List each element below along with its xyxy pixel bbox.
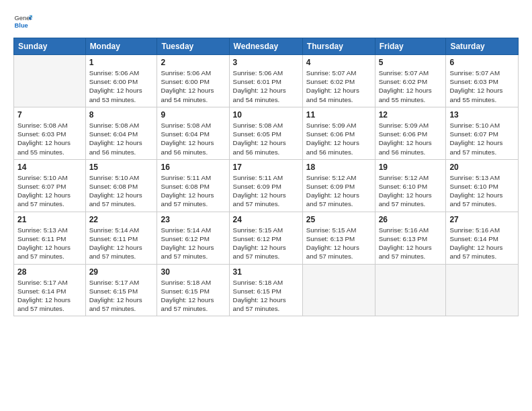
- day-cell: 29Sunrise: 5:17 AM Sunset: 6:15 PM Dayli…: [85, 264, 157, 316]
- day-info: Sunrise: 5:17 AM Sunset: 6:15 PM Dayligh…: [89, 278, 154, 314]
- day-number: 1: [89, 58, 154, 67]
- day-cell: 5Sunrise: 5:07 AM Sunset: 6:02 PM Daylig…: [375, 55, 446, 107]
- day-info: Sunrise: 5:10 AM Sunset: 6:07 PM Dayligh…: [17, 173, 82, 209]
- header-row: SundayMondayTuesdayWednesdayThursdayFrid…: [14, 38, 519, 55]
- day-cell: 28Sunrise: 5:17 AM Sunset: 6:14 PM Dayli…: [14, 264, 86, 316]
- day-number: 14: [17, 163, 82, 172]
- day-info: Sunrise: 5:14 AM Sunset: 6:11 PM Dayligh…: [89, 226, 154, 261]
- day-cell: 14Sunrise: 5:10 AM Sunset: 6:07 PM Dayli…: [14, 159, 86, 212]
- day-cell: 25Sunrise: 5:15 AM Sunset: 6:13 PM Dayli…: [302, 212, 375, 264]
- logo: General Blue: [13, 12, 35, 31]
- header-cell-thursday: Thursday: [302, 38, 375, 55]
- day-info: Sunrise: 5:16 AM Sunset: 6:14 PM Dayligh…: [449, 226, 515, 261]
- day-number: 10: [233, 110, 299, 120]
- week-row-4: 21Sunrise: 5:13 AM Sunset: 6:11 PM Dayli…: [14, 212, 519, 264]
- svg-text:Blue: Blue: [15, 22, 28, 29]
- day-number: 5: [379, 58, 443, 67]
- day-info: Sunrise: 5:06 AM Sunset: 6:01 PM Dayligh…: [233, 68, 299, 104]
- day-cell: 15Sunrise: 5:10 AM Sunset: 6:08 PM Dayli…: [85, 159, 157, 212]
- page: General Blue SundayMondayTuesdayWednesda…: [0, 0, 532, 411]
- day-cell: 23Sunrise: 5:14 AM Sunset: 6:12 PM Dayli…: [157, 212, 229, 264]
- logo-icon: General Blue: [13, 12, 32, 31]
- header-cell-wednesday: Wednesday: [229, 38, 302, 55]
- day-cell: 27Sunrise: 5:16 AM Sunset: 6:14 PM Dayli…: [446, 212, 519, 264]
- day-number: 27: [449, 215, 515, 224]
- day-cell: 30Sunrise: 5:18 AM Sunset: 6:15 PM Dayli…: [157, 264, 229, 316]
- day-number: 23: [161, 215, 225, 224]
- day-cell: [302, 264, 375, 316]
- day-cell: [446, 264, 519, 316]
- header-cell-monday: Monday: [85, 38, 157, 55]
- day-info: Sunrise: 5:13 AM Sunset: 6:11 PM Dayligh…: [17, 226, 82, 261]
- day-info: Sunrise: 5:06 AM Sunset: 6:00 PM Dayligh…: [89, 68, 154, 104]
- day-number: 20: [449, 163, 515, 172]
- header-cell-saturday: Saturday: [446, 38, 519, 55]
- day-cell: 16Sunrise: 5:11 AM Sunset: 6:08 PM Dayli…: [157, 159, 229, 212]
- day-info: Sunrise: 5:08 AM Sunset: 6:03 PM Dayligh…: [17, 121, 82, 156]
- day-info: Sunrise: 5:16 AM Sunset: 6:13 PM Dayligh…: [379, 226, 443, 261]
- day-cell: 22Sunrise: 5:14 AM Sunset: 6:11 PM Dayli…: [85, 212, 157, 264]
- day-info: Sunrise: 5:10 AM Sunset: 6:07 PM Dayligh…: [449, 121, 515, 156]
- day-number: 2: [161, 58, 225, 67]
- day-number: 25: [306, 215, 371, 224]
- week-row-1: 1Sunrise: 5:06 AM Sunset: 6:00 PM Daylig…: [14, 55, 519, 107]
- day-cell: 31Sunrise: 5:18 AM Sunset: 6:15 PM Dayli…: [229, 264, 302, 316]
- day-info: Sunrise: 5:07 AM Sunset: 6:03 PM Dayligh…: [449, 68, 515, 104]
- day-number: 3: [233, 58, 299, 67]
- day-number: 31: [233, 267, 299, 277]
- day-info: Sunrise: 5:14 AM Sunset: 6:12 PM Dayligh…: [161, 226, 225, 261]
- day-number: 11: [306, 110, 371, 120]
- day-number: 15: [89, 163, 154, 172]
- day-info: Sunrise: 5:18 AM Sunset: 6:15 PM Dayligh…: [233, 278, 299, 314]
- day-cell: 13Sunrise: 5:10 AM Sunset: 6:07 PM Dayli…: [446, 107, 519, 159]
- day-info: Sunrise: 5:18 AM Sunset: 6:15 PM Dayligh…: [161, 278, 225, 314]
- day-number: 28: [17, 267, 82, 277]
- week-row-3: 14Sunrise: 5:10 AM Sunset: 6:07 PM Dayli…: [14, 159, 519, 212]
- day-number: 24: [233, 215, 299, 224]
- day-cell: 4Sunrise: 5:07 AM Sunset: 6:02 PM Daylig…: [302, 55, 375, 107]
- day-info: Sunrise: 5:06 AM Sunset: 6:00 PM Dayligh…: [161, 68, 225, 104]
- day-info: Sunrise: 5:12 AM Sunset: 6:09 PM Dayligh…: [306, 173, 371, 209]
- day-number: 22: [89, 215, 154, 224]
- day-cell: 20Sunrise: 5:13 AM Sunset: 6:10 PM Dayli…: [446, 159, 519, 212]
- day-cell: 17Sunrise: 5:11 AM Sunset: 6:09 PM Dayli…: [229, 159, 302, 212]
- day-info: Sunrise: 5:13 AM Sunset: 6:10 PM Dayligh…: [449, 173, 515, 209]
- calendar-table: SundayMondayTuesdayWednesdayThursdayFrid…: [13, 38, 519, 316]
- day-info: Sunrise: 5:11 AM Sunset: 6:08 PM Dayligh…: [161, 173, 225, 209]
- day-cell: 3Sunrise: 5:06 AM Sunset: 6:01 PM Daylig…: [229, 55, 302, 107]
- day-number: 30: [161, 267, 225, 277]
- day-cell: 19Sunrise: 5:12 AM Sunset: 6:10 PM Dayli…: [375, 159, 446, 212]
- day-cell: 24Sunrise: 5:15 AM Sunset: 6:12 PM Dayli…: [229, 212, 302, 264]
- day-info: Sunrise: 5:09 AM Sunset: 6:06 PM Dayligh…: [379, 121, 443, 156]
- day-number: 16: [161, 163, 225, 172]
- day-info: Sunrise: 5:15 AM Sunset: 6:12 PM Dayligh…: [233, 226, 299, 261]
- day-cell: 18Sunrise: 5:12 AM Sunset: 6:09 PM Dayli…: [302, 159, 375, 212]
- day-cell: 8Sunrise: 5:08 AM Sunset: 6:04 PM Daylig…: [85, 107, 157, 159]
- day-info: Sunrise: 5:07 AM Sunset: 6:02 PM Dayligh…: [379, 68, 443, 104]
- day-cell: 7Sunrise: 5:08 AM Sunset: 6:03 PM Daylig…: [14, 107, 86, 159]
- header-cell-sunday: Sunday: [14, 38, 86, 55]
- day-number: 19: [379, 163, 443, 172]
- day-cell: 1Sunrise: 5:06 AM Sunset: 6:00 PM Daylig…: [85, 55, 157, 107]
- day-number: 7: [17, 110, 82, 120]
- day-number: 4: [306, 58, 371, 67]
- day-cell: [14, 55, 86, 107]
- day-cell: 26Sunrise: 5:16 AM Sunset: 6:13 PM Dayli…: [375, 212, 446, 264]
- day-number: 17: [233, 163, 299, 172]
- day-number: 26: [379, 215, 443, 224]
- week-row-5: 28Sunrise: 5:17 AM Sunset: 6:14 PM Dayli…: [14, 264, 519, 316]
- day-number: 8: [89, 110, 154, 120]
- day-number: 6: [449, 58, 515, 67]
- day-info: Sunrise: 5:07 AM Sunset: 6:02 PM Dayligh…: [306, 68, 371, 104]
- day-info: Sunrise: 5:15 AM Sunset: 6:13 PM Dayligh…: [306, 226, 371, 261]
- day-info: Sunrise: 5:08 AM Sunset: 6:04 PM Dayligh…: [89, 121, 154, 156]
- day-number: 9: [161, 110, 225, 120]
- day-info: Sunrise: 5:11 AM Sunset: 6:09 PM Dayligh…: [233, 173, 299, 209]
- header-cell-tuesday: Tuesday: [157, 38, 229, 55]
- day-number: 18: [306, 163, 371, 172]
- header-area: General Blue: [13, 12, 519, 31]
- day-number: 29: [89, 267, 154, 277]
- day-info: Sunrise: 5:09 AM Sunset: 6:06 PM Dayligh…: [306, 121, 371, 156]
- day-info: Sunrise: 5:12 AM Sunset: 6:10 PM Dayligh…: [379, 173, 443, 209]
- day-number: 13: [449, 110, 515, 120]
